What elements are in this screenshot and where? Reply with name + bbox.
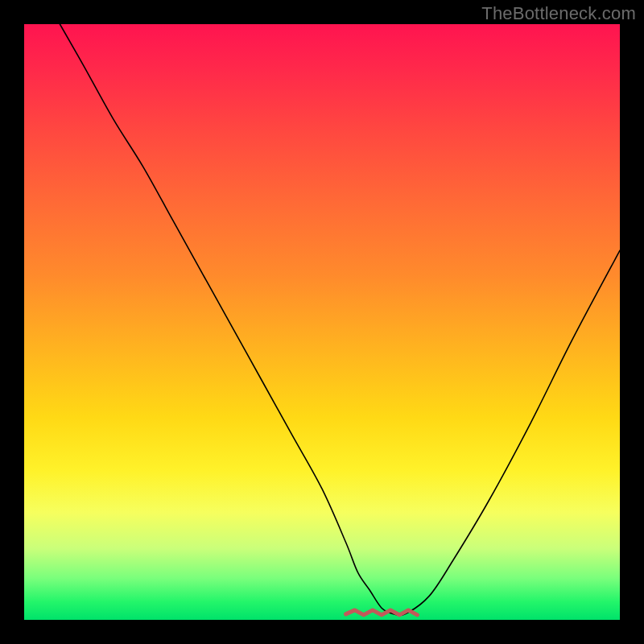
chart-canvas: TheBottleneck.com <box>0 0 644 644</box>
bottom-highlight <box>346 610 418 615</box>
plot-area <box>24 24 620 620</box>
bottleneck-curve <box>60 24 620 616</box>
chart-overlay <box>24 24 620 620</box>
watermark-text: TheBottleneck.com <box>481 3 636 24</box>
